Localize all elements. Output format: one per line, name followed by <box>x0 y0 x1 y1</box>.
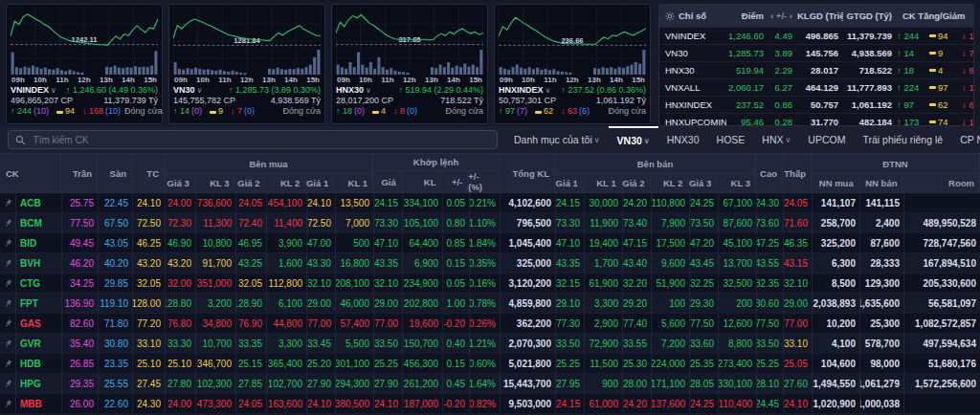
index-symbol-dropdown[interactable]: HNXINDEX∨ <box>499 85 550 96</box>
cell: 25.25 <box>757 354 784 373</box>
ticker-symbol[interactable]: FPT <box>16 294 62 313</box>
ticker-symbol[interactable]: GAS <box>16 314 62 333</box>
chevron-down-icon: ∨ <box>786 136 791 144</box>
pin-button[interactable] <box>0 354 16 373</box>
cell: 330,100 <box>719 374 757 393</box>
cell: -0.20 <box>443 314 470 333</box>
table-row-FPT[interactable]: FPT136.90119.10128.00128.803,200128.906,… <box>0 294 980 314</box>
index-summary-row-HNX30[interactable]: HNX30 519.94 2.29 28.017 718.522 ↑ 18 4 … <box>659 61 973 78</box>
table-row-MBB[interactable]: MBB26.0022.6024.3024.00473,30024.051,163… <box>0 394 980 414</box>
cell: 578,700 <box>860 334 904 353</box>
ticker-symbol[interactable]: BVH <box>16 253 62 273</box>
cell: 0.15 <box>443 253 470 273</box>
advancers: ↑ 14 <box>173 106 189 117</box>
col-cao: Cao <box>756 154 783 192</box>
cell: 43.25 <box>236 253 267 273</box>
index-summary-row-HNXINDEX[interactable]: HNXINDEX 237.52 0.86 50.757 1,061.192 ↑ … <box>659 96 973 113</box>
time-tick: 12h <box>78 76 91 85</box>
table-row-CTG[interactable]: CTG34.2529.8532.0532.00351,00032.05112,8… <box>0 273 980 294</box>
index-symbol-dropdown[interactable]: VN30∨ <box>173 85 202 96</box>
index-summary-row-VN30[interactable]: VN30 1,285.73 3.89 145.756 4,938.569 ↑ 1… <box>659 44 973 61</box>
tab-hose[interactable]: HOSE <box>708 126 754 153</box>
pin-button[interactable] <box>0 314 16 333</box>
cell: 67,100 <box>719 193 757 212</box>
cell: 9,503,000 <box>501 394 556 413</box>
pin-button[interactable] <box>0 253 16 273</box>
cell: 1,494,550 <box>813 374 860 393</box>
index-change: 3.89 <box>768 48 797 58</box>
tab-danh-m-c-c-a-t-i[interactable]: Danh mục của tôi∨ <box>505 126 609 153</box>
ticker-symbol[interactable]: ACB <box>16 193 62 212</box>
pin-button[interactable] <box>0 294 16 313</box>
tab-upcom[interactable]: UPCOM <box>799 126 854 153</box>
col-ben-mua-2: Giá 2 <box>235 174 266 192</box>
table-row-BVH[interactable]: BVH46.2040.2043.2043.2091,70043.251,6004… <box>0 253 980 273</box>
index-chart-HNXINDEX: 236.66 09h10h11h12h13h14h15hHNXINDEX∨ ↑ … <box>494 4 651 124</box>
ticker-symbol[interactable]: HPG <box>16 374 62 393</box>
index-updown: ↑ 244 94 ↓ 168 <box>897 31 974 41</box>
cell: 28,333 <box>860 253 904 273</box>
cell: 19,600 <box>403 314 443 333</box>
time-tick: 10h <box>196 76 210 85</box>
table-row-BID[interactable]: BID49.4543.0546.2546.9010,80046.953,9004… <box>0 233 980 253</box>
cell: 351,000 <box>196 273 236 293</box>
cell: 796,500 <box>501 213 556 232</box>
cell: 334,100 <box>403 193 443 212</box>
flat-count: 94 <box>929 31 962 41</box>
tab-tr-i-phi-u-ri-ng-l[interactable]: Trái phiếu riêng lẻ <box>854 126 951 153</box>
ticker-symbol[interactable]: BCM <box>16 213 62 232</box>
search-input[interactable] <box>32 134 490 146</box>
index-summary-row-HNXUPCOMINDEX[interactable]: HNXUPCOMINDEX 95.46 0.28 31.770 482.184 … <box>659 113 973 126</box>
tab-vn30[interactable]: VN30∨ <box>609 126 658 153</box>
cell: 473,300 <box>196 394 236 413</box>
index-symbol-dropdown[interactable]: VNINDEX∨ <box>11 85 56 96</box>
time-tick: 13h <box>100 76 113 85</box>
pin-button[interactable] <box>0 233 16 252</box>
col-dtnn-2: Room <box>902 174 979 192</box>
tab-hnx[interactable]: HNX∨ <box>753 126 799 153</box>
ticker-symbol[interactable]: BID <box>16 233 62 252</box>
cell: 24.10 <box>307 193 336 212</box>
ticker-symbol[interactable]: HDB <box>16 354 62 373</box>
tab-hnx30[interactable]: HNX30 <box>658 126 708 153</box>
cell: 32.25 <box>690 273 719 293</box>
pin-button[interactable] <box>0 213 16 232</box>
time-axis: 09h10h11h12h13h14h15h <box>11 76 158 85</box>
table-row-GAS[interactable]: GAS82.6071.8077.2076.8034,80076.9044,800… <box>0 314 980 334</box>
index-summary-row-VNINDEX[interactable]: VNINDEX 1,246.60 4.49 496.865 11,379.739… <box>659 27 973 44</box>
cell: 43.40 <box>623 253 652 273</box>
index-summary-row-VNXALL[interactable]: VNXALL 2,060.17 6.27 464.129 11,777.893 … <box>659 78 973 96</box>
cell: 24.15 <box>374 193 403 212</box>
tab-cp-ng-nh[interactable]: CP Ngành∨ <box>951 126 980 153</box>
table-row-HDB[interactable]: HDB26.8523.3525.1025.10346,70025.15365,4… <box>0 354 980 374</box>
pin-button[interactable] <box>0 273 16 293</box>
ticker-symbol[interactable]: GVR <box>16 334 62 353</box>
pin-button[interactable] <box>0 193 16 212</box>
index-symbol-dropdown[interactable]: HNX30∨ <box>336 85 371 96</box>
cell: 100 <box>652 294 690 313</box>
time-tick: 10h <box>33 76 47 85</box>
index-col-change[interactable]: ‹ +/- › <box>768 11 797 21</box>
cell: 3,900 <box>267 233 307 252</box>
cell: 6,900 <box>403 253 443 273</box>
cell: 10,700 <box>196 334 236 353</box>
col-ben-ban-0: Giá 1 <box>555 174 584 192</box>
cell: 47.15 <box>623 233 652 252</box>
search-box[interactable] <box>8 130 498 149</box>
ticker-symbol[interactable]: CTG <box>16 273 62 293</box>
table-row-GVR[interactable]: GVR35.4030.8033.1033.3010,70033.353,3003… <box>0 334 980 354</box>
cell: 72.50 <box>133 213 166 232</box>
table-row-BCM[interactable]: BCM77.5067.5072.5072.3011,30072.4011,400… <box>0 213 980 233</box>
panel-gear-icon[interactable] <box>665 11 675 21</box>
pin-button[interactable] <box>0 334 16 353</box>
table-row-HPG[interactable]: HPG29.3525.5527.4527.80102,30027.85102,7… <box>0 374 980 394</box>
cell: 454,100 <box>267 193 307 212</box>
up-count: ↑ 224 <box>897 82 929 93</box>
pin-button[interactable] <box>0 394 16 413</box>
col-ck: CK <box>0 154 61 192</box>
table-row-ACB[interactable]: ACB25.7522.4524.1024.00736,60024.05454,1… <box>0 193 980 213</box>
pin-button[interactable] <box>0 374 16 393</box>
group-ben-mua: Bên muaGiá 3KL 3Giá 2KL 2Giá 1KL 1 <box>165 154 373 192</box>
index-gtgd: 11,379.739 <box>843 31 897 41</box>
ticker-symbol[interactable]: MBB <box>16 394 62 413</box>
